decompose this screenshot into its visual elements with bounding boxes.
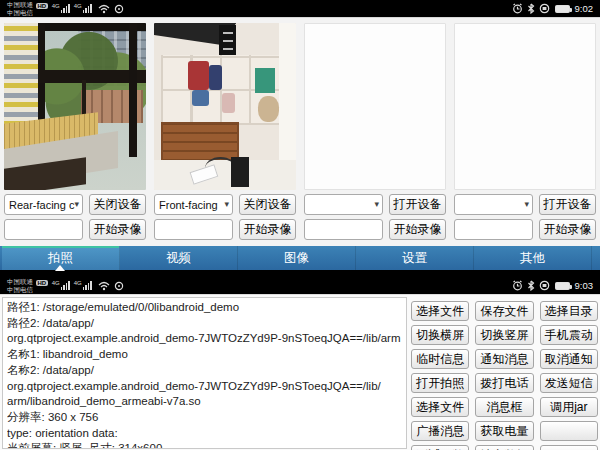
- info-line: 名称1: libandroid_demo: [7, 347, 402, 363]
- carrier-line-2: 中国电信: [7, 9, 33, 17]
- info-line: org.qtproject.example.android_demo-7JWTO…: [7, 379, 402, 395]
- debug-info-panel: 路径1: /storage/emulated/0/0libandroid_dem…: [2, 297, 407, 449]
- rear-camera-preview: [4, 23, 146, 190]
- switch-portrait-button[interactable]: 切换竖屏: [475, 325, 533, 345]
- broadcast-message-button[interactable]: 广播消息: [411, 421, 469, 441]
- battery-icon: [555, 282, 570, 290]
- photo-clothes: [188, 61, 209, 89]
- call-jar-button[interactable]: 调用jar: [540, 397, 598, 417]
- clear-data-button[interactable]: 清空数据: [475, 445, 533, 450]
- start-record-button-2[interactable]: 开始录像: [239, 219, 296, 240]
- camera-preview-empty-3: [304, 23, 446, 190]
- start-record-button-1[interactable]: 开始录像: [89, 219, 146, 240]
- switch-landscape-button[interactable]: 切换横屏: [411, 325, 469, 345]
- status-bar-top: 中国联通 中国电信 HD 4G 4G 9:02: [0, 0, 600, 17]
- send-sms-button[interactable]: 发送短信: [540, 373, 598, 393]
- info-line: 路径1: /storage/emulated/0/0libandroid_dem…: [7, 300, 402, 316]
- choose-file-button-2[interactable]: 选择文件: [411, 397, 469, 417]
- info-line: 当前屏幕: 竖屏, 尺寸: 314x600: [7, 441, 402, 449]
- wifi-icon: [98, 4, 110, 14]
- camera-select-dropdown-2[interactable]: Front-facing: [154, 194, 233, 215]
- tab-video[interactable]: 视频: [120, 246, 238, 270]
- photo-basket: [258, 96, 279, 121]
- dial-phone-button[interactable]: 拨打电话: [475, 373, 533, 393]
- photo-window-frame: [129, 23, 138, 157]
- alarm-icon: [512, 280, 523, 291]
- signal-strength-icon-2: 4G: [74, 281, 92, 290]
- info-line: type: orientation data:: [7, 426, 402, 442]
- active-tab-arrow-icon: [55, 265, 65, 271]
- message-box-button[interactable]: 消息框: [475, 397, 533, 417]
- filename-input-3[interactable]: [304, 219, 383, 240]
- choose-file-button[interactable]: 选择文件: [411, 301, 469, 321]
- choose-directory-button[interactable]: 选择目录: [540, 301, 598, 321]
- camera-column-3: 打开设备 开始录像: [304, 23, 446, 240]
- photo-green-box: [255, 68, 275, 93]
- open-device-button-3[interactable]: 打开设备: [389, 194, 446, 215]
- clock-time: 9:03: [575, 280, 594, 291]
- test-function-button[interactable]: 测试函数: [411, 445, 469, 450]
- tab-bar: 拍照 视频 图像 设置 其他: [0, 246, 600, 270]
- status-bar-bottom: 中国联通 中国电信 HD 4G 4G 9:03: [0, 277, 600, 294]
- get-battery-button[interactable]: 获取电量: [475, 421, 533, 441]
- photo-router: [231, 157, 249, 187]
- eye-comfort-icon: [114, 281, 124, 291]
- carrier-names: 中国联通 中国电信: [7, 278, 33, 293]
- empty-button-1[interactable]: [540, 421, 598, 441]
- camera-select-dropdown-3[interactable]: [304, 194, 383, 215]
- camera-preview-empty-4: [454, 23, 596, 190]
- front-camera-preview: [154, 23, 296, 190]
- carrier-names: 中国联通 中国电信: [7, 1, 33, 16]
- signal-strength-icon-2: 4G: [74, 4, 92, 13]
- close-device-button-2[interactable]: 关闭设备: [239, 194, 296, 215]
- android-camera-demo-app: 中国联通 中国电信 HD 4G 4G 9:02: [0, 0, 600, 450]
- carrier-line-1: 中国联通: [7, 278, 33, 286]
- battery-icon: [555, 5, 570, 13]
- open-camera-button[interactable]: 打开拍照: [411, 373, 469, 393]
- filename-input-1[interactable]: [4, 219, 83, 240]
- toast-message-button[interactable]: 临时信息: [411, 349, 469, 369]
- camera-column-4: 打开设备 开始录像: [454, 23, 596, 240]
- tab-settings[interactable]: 设置: [356, 246, 474, 270]
- eye-comfort-icon: [114, 4, 124, 14]
- signal-strength-icon: 4G: [52, 4, 70, 13]
- carrier-line-1: 中国联通: [7, 1, 33, 9]
- filename-input-2[interactable]: [154, 219, 233, 240]
- filename-input-4[interactable]: [454, 219, 533, 240]
- cancel-notify-button[interactable]: 取消通知: [540, 349, 598, 369]
- bluetooth-icon: [527, 280, 535, 291]
- vibrate-button[interactable]: 手机震动: [540, 325, 598, 345]
- action-button-grid: 选择文件 保存文件 选择目录 切换横屏 切换竖屏 手机震动 临时信息 通知消息 …: [411, 301, 598, 450]
- camera-select-dropdown-4[interactable]: [454, 194, 533, 215]
- camera-column-2: Front-facing 关闭设备 开始录像: [154, 23, 296, 240]
- clock-time: 9:02: [575, 3, 594, 14]
- notify-message-button[interactable]: 通知消息: [475, 349, 533, 369]
- tab-other[interactable]: 其他: [474, 246, 592, 270]
- bluetooth-icon: [527, 3, 535, 14]
- photo-clothes: [209, 65, 222, 90]
- camera-column-1: Rear-facing c 关闭设备 开始录像: [4, 23, 146, 240]
- other-tab-content: 路径1: /storage/emulated/0/0libandroid_dem…: [0, 294, 600, 450]
- info-line: org.qtproject.example.android_demo-7JWTO…: [7, 331, 402, 347]
- info-line: 分辨率: 360 x 756: [7, 410, 402, 426]
- volte-hd-icon: HD: [36, 280, 48, 286]
- empty-button-2[interactable]: [540, 445, 598, 450]
- screen-divider: [0, 270, 600, 277]
- photo-clothes: [222, 93, 235, 113]
- info-line: 路径2: /data/app/: [7, 316, 402, 332]
- tab-image[interactable]: 图像: [238, 246, 356, 270]
- alarm-icon: [512, 3, 523, 14]
- camera-select-dropdown-1[interactable]: Rear-facing c: [4, 194, 83, 215]
- wifi-icon: [98, 281, 110, 291]
- volte-hd-icon: HD: [36, 3, 48, 9]
- screen-record-icon: [539, 3, 550, 14]
- start-record-button-3[interactable]: 开始录像: [389, 219, 446, 240]
- info-line: arm/libandroid_demo_armeabi-v7a.so: [7, 394, 402, 410]
- start-record-button-4[interactable]: 开始录像: [539, 219, 596, 240]
- photo-clothes: [192, 90, 209, 107]
- screen-record-icon: [539, 280, 550, 291]
- close-device-button-1[interactable]: 关闭设备: [89, 194, 146, 215]
- info-line: 名称2: /data/app/: [7, 363, 402, 379]
- open-device-button-4[interactable]: 打开设备: [539, 194, 596, 215]
- save-file-button[interactable]: 保存文件: [475, 301, 533, 321]
